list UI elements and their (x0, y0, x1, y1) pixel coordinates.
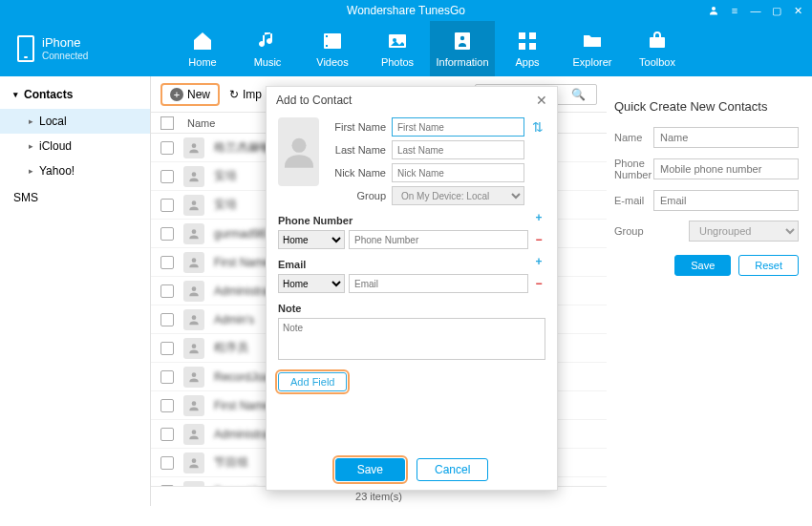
row-checkbox[interactable] (160, 141, 174, 155)
add-email-icon[interactable]: + (532, 255, 545, 268)
select-all-checkbox[interactable] (160, 116, 174, 130)
sidebar: ▾Contacts ▸Local ▸iCloud ▸Yahoo! SMS (0, 76, 151, 506)
note-textarea[interactable] (278, 318, 545, 360)
search-icon: 🔍 (571, 88, 586, 101)
quick-email-input[interactable] (653, 190, 799, 211)
row-checkbox[interactable] (160, 284, 174, 298)
sidebar-item-icloud[interactable]: ▸iCloud (0, 134, 150, 158)
quick-create-panel: Quick Create New Contacts Name Phone Num… (607, 76, 812, 506)
svg-point-21 (192, 372, 197, 377)
row-checkbox[interactable] (160, 170, 174, 183)
quick-save-button[interactable]: Save (674, 255, 731, 276)
sidebar-sms[interactable]: SMS (0, 183, 150, 212)
sidebar-contacts-header[interactable]: ▾Contacts (0, 80, 150, 109)
import-icon: ↻ (229, 88, 239, 101)
svg-rect-11 (529, 43, 536, 50)
avatar-icon (183, 223, 204, 244)
avatar-icon (183, 367, 204, 388)
new-button[interactable]: +New (160, 83, 220, 106)
contact-name: gurmad987 (214, 227, 272, 241)
phone-type-select[interactable]: Home (278, 230, 345, 249)
menu-icon[interactable]: ≡ (724, 0, 745, 21)
tab-videos[interactable]: Videos (300, 21, 365, 76)
phone-section-label: Phone Number (278, 215, 532, 226)
cancel-button[interactable]: Cancel (417, 458, 488, 481)
avatar-icon (183, 252, 204, 273)
avatar-icon (183, 338, 204, 359)
avatar-icon (183, 424, 204, 445)
contact-name: 节目组 (214, 454, 248, 471)
add-phone-icon[interactable]: + (532, 211, 545, 224)
contact-name: 安培 (214, 168, 237, 184)
quick-group-label: Group (614, 225, 689, 237)
row-checkbox[interactable] (160, 342, 174, 355)
svg-point-18 (192, 286, 197, 291)
row-checkbox[interactable] (160, 256, 174, 269)
add-field-button[interactable]: Add Field (278, 372, 347, 391)
tab-photos[interactable]: Photos (365, 21, 430, 76)
contact-name: 安培 (214, 197, 237, 213)
quick-reset-button[interactable]: Reset (738, 255, 799, 276)
sidebar-item-yahoo[interactable]: ▸Yahoo! (0, 158, 150, 183)
quick-name-label: Name (614, 132, 653, 143)
tab-apps[interactable]: Apps (495, 21, 560, 76)
svg-rect-9 (529, 32, 536, 39)
dialog-title: Add to Contact (276, 94, 352, 107)
row-checkbox[interactable] (160, 227, 174, 241)
sidebar-item-local[interactable]: ▸Local (0, 109, 150, 134)
close-icon[interactable]: ✕ (536, 93, 547, 108)
row-checkbox[interactable] (160, 428, 174, 441)
avatar-placeholder[interactable] (278, 117, 319, 186)
svg-rect-12 (650, 37, 665, 48)
device-selector[interactable]: iPhone Connected (0, 21, 151, 76)
tab-information[interactable]: Information (430, 21, 495, 76)
tab-music[interactable]: Music (235, 21, 300, 76)
svg-point-15 (192, 200, 197, 205)
app-title: Wondershare TunesGo (347, 4, 465, 17)
quick-create-title: Quick Create New Contacts (614, 86, 799, 127)
quick-phone-input[interactable] (653, 158, 799, 179)
tab-toolbox[interactable]: Toolbox (625, 21, 690, 76)
row-checkbox[interactable] (160, 399, 174, 412)
maximize-button[interactable]: ▢ (766, 0, 787, 21)
last-name-input[interactable] (392, 140, 524, 159)
chevron-down-icon: ▾ (13, 90, 18, 99)
svg-point-16 (192, 229, 197, 234)
quick-group-select[interactable]: Ungrouped (689, 221, 799, 242)
note-section-label: Note (278, 303, 545, 314)
svg-point-22 (192, 401, 197, 406)
svg-rect-10 (519, 43, 525, 50)
phone-input[interactable] (349, 230, 528, 249)
swap-icon[interactable]: ⇅ (530, 119, 545, 135)
group-select[interactable]: On My Device: Local (392, 186, 524, 205)
contact-name: Admin's (214, 313, 254, 326)
row-checkbox[interactable] (160, 370, 174, 384)
chevron-right-icon: ▸ (29, 116, 33, 126)
remove-email-icon[interactable]: − (532, 277, 545, 290)
import-button[interactable]: ↻Imp (229, 88, 262, 101)
email-type-select[interactable]: Home (278, 274, 345, 293)
nick-name-input[interactable] (392, 163, 524, 182)
avatar-icon (183, 166, 204, 187)
save-button[interactable]: Save (335, 458, 405, 481)
tab-explorer[interactable]: Explorer (560, 21, 625, 76)
avatar-icon (183, 309, 204, 330)
nick-name-label: Nick Name (329, 167, 386, 179)
user-icon[interactable] (703, 0, 724, 21)
remove-phone-icon[interactable]: − (532, 233, 545, 246)
title-bar: Wondershare TunesGo ≡ — ▢ ✕ (0, 0, 812, 21)
row-checkbox[interactable] (160, 199, 174, 212)
first-name-input[interactable] (392, 117, 524, 137)
quick-name-input[interactable] (653, 127, 799, 148)
row-checkbox[interactable] (160, 456, 174, 470)
device-status: Connected (42, 51, 88, 61)
close-button[interactable]: ✕ (787, 0, 808, 21)
svg-point-20 (192, 344, 197, 348)
minimize-button[interactable]: — (745, 0, 766, 21)
device-name: iPhone (42, 35, 80, 50)
row-checkbox[interactable] (160, 313, 174, 326)
quick-phone-label: Phone Number (614, 158, 653, 180)
plus-icon: + (170, 88, 183, 101)
email-input[interactable] (349, 274, 528, 293)
tab-home[interactable]: Home (170, 21, 235, 76)
